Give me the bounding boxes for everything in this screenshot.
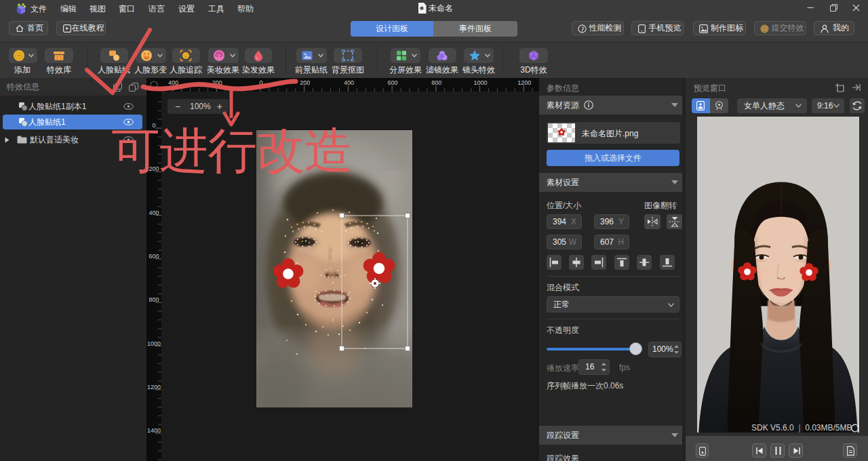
svg-text:1200: 1200 [517, 79, 531, 86]
svg-text:1400: 1400 [147, 427, 161, 434]
svg-text:600: 600 [388, 79, 398, 86]
svg-text:1200: 1200 [147, 384, 161, 390]
svg-text:0: 0 [259, 79, 262, 86]
svg-text:1000: 1000 [147, 340, 161, 347]
svg-text:200: 200 [300, 79, 310, 86]
svg-text:400: 400 [149, 209, 159, 216]
svg-text:600: 600 [149, 253, 159, 260]
svg-text:200: 200 [212, 79, 222, 86]
svg-text:400: 400 [344, 79, 354, 86]
svg-text:800: 800 [149, 296, 159, 303]
svg-text:1000: 1000 [473, 79, 487, 86]
svg-text:800: 800 [431, 79, 441, 86]
svg-text:400: 400 [168, 79, 178, 86]
